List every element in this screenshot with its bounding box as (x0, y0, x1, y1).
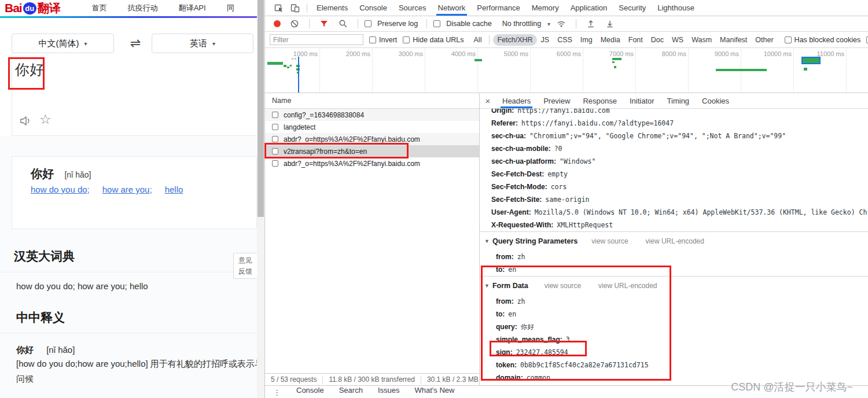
waterfall-bar[interactable] (290, 65, 292, 67)
device-toolbar-icon[interactable] (287, 3, 303, 13)
close-icon[interactable]: × (480, 96, 496, 106)
tab-lighthouse[interactable]: Lighthouse (652, 0, 700, 16)
waterfall-bar[interactable] (475, 59, 482, 61)
page-scrollbar[interactable] (257, 0, 264, 398)
filter-chip-manifest[interactable]: Manifest (716, 34, 751, 46)
timeline-tick-label: 10000 ms (764, 50, 792, 57)
translation-link[interactable]: hello (165, 185, 183, 194)
waterfall-bar[interactable] (267, 62, 283, 65)
detail-tab-response[interactable]: Response (576, 93, 623, 108)
tab-performance[interactable]: Performance (471, 0, 525, 16)
filter-chip-css[interactable]: CSS (553, 34, 576, 46)
tab-network[interactable]: Network (432, 0, 472, 16)
network-conditions-icon[interactable] (553, 19, 569, 28)
drawer-tab-what-s-new[interactable]: What's New (407, 386, 462, 398)
filter-funnel-icon[interactable] (316, 19, 332, 28)
preserve-log-checkbox[interactable] (365, 20, 372, 27)
filter-chip-other[interactable]: Other (751, 34, 777, 46)
nav-item-[interactable]: 首页 (92, 3, 107, 13)
waterfall-bar[interactable] (287, 67, 289, 68)
request-row[interactable]: abdr?_o=https%3A%2F%2Ffanyi.baidu.com (265, 157, 479, 169)
triangle-down-icon[interactable]: ▼ (484, 283, 490, 289)
import-har-icon[interactable] (583, 19, 599, 28)
search-icon[interactable] (335, 19, 351, 28)
request-checkbox[interactable] (272, 148, 278, 154)
filter-chip-media[interactable]: Media (597, 34, 624, 46)
waterfall-bar[interactable] (298, 57, 299, 93)
view-url-encoded-link[interactable]: view URL-encoded (598, 282, 657, 290)
drawer-tab-console[interactable]: Console (289, 386, 332, 398)
baidu-logo[interactable]: Bai du 翻译 (5, 1, 61, 16)
request-list-header[interactable]: Name (265, 93, 479, 109)
export-har-icon[interactable] (602, 19, 618, 28)
view-url-encoded-link[interactable]: view URL-encoded (646, 237, 704, 245)
detail-tab-headers[interactable]: Headers (496, 93, 537, 108)
translation-link[interactable]: how are you (102, 185, 150, 194)
filter-chip-doc[interactable]: Doc (647, 34, 668, 46)
waterfall-bar[interactable] (292, 58, 293, 60)
triangle-down-icon[interactable]: ▼ (484, 238, 490, 244)
drawer-tab-issues[interactable]: Issues (370, 386, 407, 398)
waterfall-bar[interactable] (612, 61, 615, 63)
filter-chip-font[interactable]: Font (624, 34, 647, 46)
invert-checkbox[interactable] (369, 36, 376, 43)
detail-tab-initiator[interactable]: Initiator (623, 93, 661, 108)
request-row[interactable]: langdetect (265, 121, 479, 133)
throttling-select[interactable]: No throttling ▾ (499, 20, 550, 28)
target-language-button[interactable]: 英语 ▾ (152, 34, 253, 53)
record-button[interactable] (274, 20, 281, 27)
request-row[interactable]: v2transapi?from=zh&to=en (265, 145, 479, 157)
request-row[interactable]: config?_=1634698838084 (265, 109, 479, 121)
swap-languages-button[interactable]: ⇌ (124, 34, 147, 53)
translation-link[interactable]: how do you do (31, 185, 87, 194)
view-source-link[interactable]: view source (545, 282, 581, 290)
filter-input[interactable] (270, 34, 363, 45)
view-source-link[interactable]: view source (591, 237, 628, 245)
filter-chip-fetch-xhr[interactable]: Fetch/XHR (493, 34, 536, 46)
filter-chip-all[interactable]: All (470, 34, 486, 46)
speaker-icon[interactable] (20, 116, 31, 128)
tab-sources[interactable]: Sources (393, 0, 432, 16)
waterfall-bar[interactable] (284, 65, 286, 67)
request-checkbox[interactable] (272, 124, 278, 130)
disable-cache-checkbox[interactable] (433, 20, 440, 27)
request-checkbox[interactable] (272, 160, 278, 167)
source-language-button[interactable]: 中文(简体) ▾ (12, 34, 114, 53)
has-blocked-cookies-checkbox[interactable] (785, 36, 792, 43)
favorite-star-icon[interactable]: ☆ (39, 112, 52, 127)
filter-chip-js[interactable]: JS (537, 34, 554, 46)
waterfall-bar[interactable] (716, 69, 767, 71)
timeline-overview[interactable]: 1000 ms2000 ms3000 ms4000 ms5000 ms6000 … (265, 48, 868, 93)
filter-chip-img[interactable]: Img (576, 34, 597, 46)
request-checkbox[interactable] (272, 112, 278, 118)
waterfall-bar[interactable] (801, 57, 821, 64)
filter-chip-ws[interactable]: WS (668, 34, 687, 46)
hide-data-urls-checkbox[interactable] (403, 36, 410, 43)
clear-icon[interactable] (286, 19, 303, 28)
drawer-menu-icon[interactable]: ⋮ (273, 388, 281, 397)
waterfall-bar[interactable] (295, 58, 296, 60)
waterfall-bar[interactable] (614, 66, 616, 68)
drawer-tab-search[interactable]: Search (332, 386, 370, 398)
tab-elements[interactable]: Elements (311, 0, 354, 16)
detail-tab-cookies[interactable]: Cookies (696, 93, 735, 108)
nav-item-api[interactable]: 翻译API (179, 3, 206, 13)
tab-console[interactable]: Console (354, 0, 393, 16)
filter-chip-wasm[interactable]: Wasm (687, 34, 716, 46)
request-checkbox[interactable] (272, 136, 278, 142)
waterfall-bar[interactable] (804, 68, 807, 71)
waterfall-bar[interactable] (612, 58, 621, 60)
nav-item-[interactable]: 抗疫行动 (128, 3, 158, 13)
section-title-row: ▼ Query String Parameters view source vi… (480, 237, 868, 245)
request-row[interactable]: abdr?_o=https%3A%2F%2Ffanyi.baidu.com (265, 133, 479, 145)
tab-security[interactable]: Security (613, 0, 652, 16)
tab-memory[interactable]: Memory (526, 0, 565, 16)
tab-application[interactable]: Application (565, 0, 613, 16)
feedback-button[interactable]: 意见 反馈 (233, 253, 257, 279)
inspect-element-icon[interactable] (271, 3, 287, 13)
nav-item-[interactable]: 同 (227, 3, 234, 13)
scrollbar-thumb[interactable] (258, 0, 264, 217)
translate-input-text[interactable]: 你好 (15, 60, 44, 79)
detail-tab-preview[interactable]: Preview (537, 93, 576, 108)
detail-tab-timing[interactable]: Timing (661, 93, 696, 108)
